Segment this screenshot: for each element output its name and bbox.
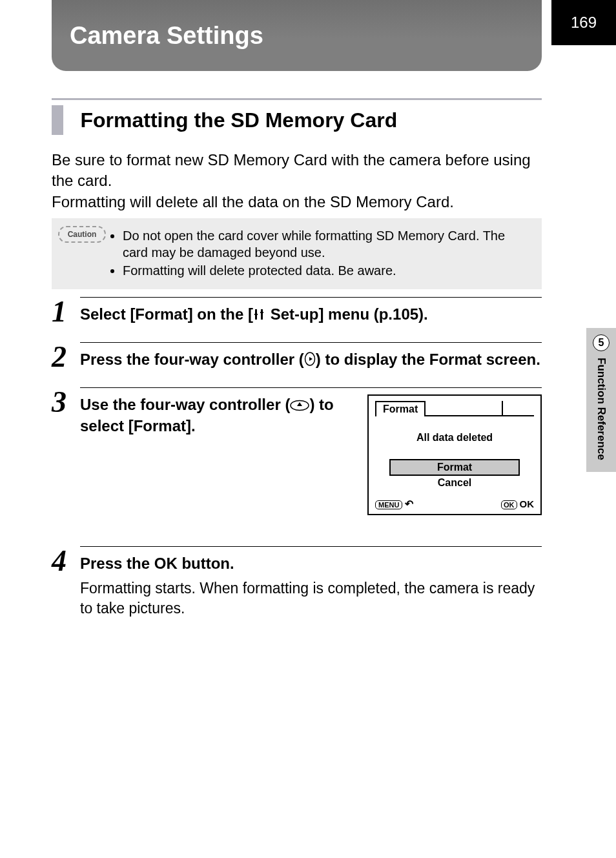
intro-text: Be sure to format new SD Memory Card wit… xyxy=(52,150,542,212)
section-rule xyxy=(52,98,542,100)
page-title: Camera Settings xyxy=(70,22,263,50)
step-title: Press the four-way controller () to disp… xyxy=(80,349,542,371)
svg-marker-9 xyxy=(297,402,302,406)
step-3: 3 Use the four-way controller () to sele… xyxy=(52,387,542,515)
format-message: All data deleted xyxy=(375,432,534,444)
ok-icon: OK xyxy=(154,555,178,572)
page-header: Camera Settings xyxy=(52,0,542,71)
section-title: Formatting the SD Memory Card xyxy=(80,108,397,132)
steps-list: 1 Select [Format] on the [ Set-up] menu … xyxy=(52,297,542,634)
step-4: 4 Press the OK button. Formatting starts… xyxy=(52,546,542,618)
intro-line-1: Be sure to format new SD Memory Card wit… xyxy=(52,150,542,192)
page-number-text: 169 xyxy=(571,14,597,32)
step-title: Select [Format] on the [ Set-up] menu (p… xyxy=(80,304,542,325)
chapter-number: 5 xyxy=(593,334,610,351)
chapter-label: Function Reference xyxy=(595,358,608,460)
return-icon: ↶ xyxy=(405,498,413,509)
svg-marker-7 xyxy=(309,357,313,361)
ok-button-group: OKOK xyxy=(501,498,534,509)
svg-rect-0 xyxy=(255,309,257,314)
manual-page: 169 Camera Settings Formatting the SD Me… xyxy=(0,0,616,858)
step-number: 3 xyxy=(52,387,80,515)
format-option-format: Format xyxy=(389,459,520,476)
step-2: 2 Press the four-way controller () to di… xyxy=(52,342,542,372)
format-footer: MENU↶ OKOK xyxy=(375,498,534,510)
caution-item: Formatting will delete protected data. B… xyxy=(123,262,531,279)
caution-item: Do not open the card cover while formatt… xyxy=(123,227,531,261)
format-tab-row: Format xyxy=(375,401,534,416)
step-body: Press the four-way controller () to disp… xyxy=(80,342,542,372)
step-title: Use the four-way controller () to select… xyxy=(80,394,352,436)
caution-list: Do not open the card cover while formatt… xyxy=(110,227,531,280)
controller-right-icon xyxy=(304,351,316,371)
step-description: Formatting starts. When formatting is co… xyxy=(80,578,542,618)
caution-label-text: Caution xyxy=(68,230,97,239)
page-number: 169 xyxy=(551,0,616,45)
caution-box: Caution Do not open the card cover while… xyxy=(52,218,542,289)
step-body: Select [Format] on the [ Set-up] menu (p… xyxy=(80,297,542,327)
svg-rect-4 xyxy=(260,312,263,313)
step-number: 4 xyxy=(52,546,80,618)
setup-icon xyxy=(253,305,266,325)
svg-rect-1 xyxy=(254,314,258,315)
section-heading: Formatting the SD Memory Card xyxy=(52,98,542,135)
format-option-cancel: Cancel xyxy=(375,476,534,490)
step-title: Press the OK button. xyxy=(80,553,542,573)
step-number: 2 xyxy=(52,342,80,372)
menu-button-group: MENU↶ xyxy=(375,498,413,510)
controller-up-icon xyxy=(290,396,309,416)
menu-button-icon: MENU xyxy=(375,500,402,509)
step-1: 1 Select [Format] on the [ Set-up] menu … xyxy=(52,297,542,327)
step-number: 1 xyxy=(52,297,80,327)
svg-rect-5 xyxy=(261,313,263,320)
caution-icon: Caution xyxy=(62,230,102,239)
ok-button-icon: OK xyxy=(501,500,517,509)
ok-label: OK xyxy=(520,498,535,509)
step-body: Use the four-way controller () to select… xyxy=(80,387,542,515)
chapter-tab: 5 Function Reference xyxy=(586,328,616,472)
section-accent-bar xyxy=(52,105,63,135)
svg-rect-3 xyxy=(261,309,263,312)
step-body: Press the OK button. Formatting starts. … xyxy=(80,546,542,618)
format-tab: Format xyxy=(375,401,426,416)
format-screen: Format All data deleted Format Cancel ME… xyxy=(367,394,542,515)
intro-line-2: Formatting will delete all the data on t… xyxy=(52,192,542,212)
svg-rect-2 xyxy=(255,315,257,320)
